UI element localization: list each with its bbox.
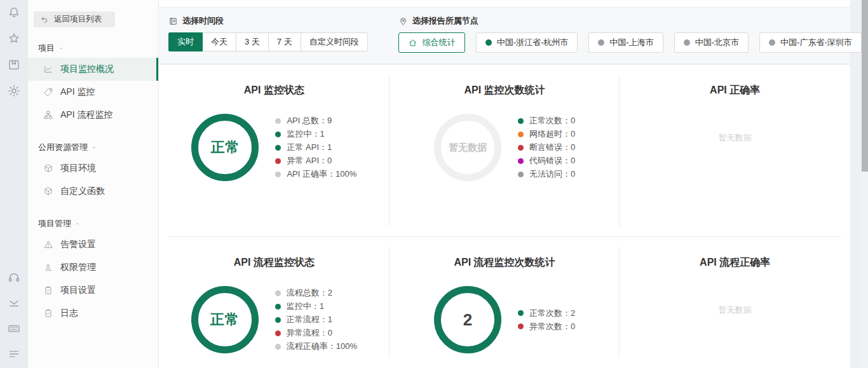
clipboard-icon <box>43 308 53 318</box>
no-data-text: 暂无数据 <box>620 304 850 316</box>
summary-statistics-button[interactable]: 综合统计 <box>398 32 465 53</box>
rail-headset-button[interactable] <box>7 271 21 285</box>
sidebar-item[interactable]: API 监控 <box>28 81 158 104</box>
tag-icon <box>43 87 53 97</box>
main-content: 选择时间段 实时今天3 天7 天自定义时间段 选择报告所属节点 综合统计 中国-… <box>159 0 850 368</box>
legend-text: 正常流程：1 <box>287 314 332 325</box>
legend-item: 代码错误：0 <box>518 154 575 168</box>
card-title: API 监控状态 <box>159 84 390 97</box>
sidebar-item[interactable]: 告警设置 <box>28 233 158 256</box>
no-data-text: 暂无数据 <box>620 132 850 144</box>
sidebar-item[interactable]: 项目设置 <box>28 279 158 302</box>
scrollbar-thumb[interactable] <box>862 0 868 172</box>
app-rail <box>0 0 28 368</box>
legend-dot <box>275 344 281 350</box>
time-option-button[interactable]: 自定义时间段 <box>301 32 368 51</box>
stat-card: API 流程监控状态正常流程总数：2监控中：1正常流程：1异常流程：0流程正确率… <box>159 237 390 368</box>
legend: 正常次数：2异常次数：0 <box>518 306 575 333</box>
node-status-dot <box>598 39 604 46</box>
sidebar-item-label: 日志 <box>60 308 78 319</box>
back-button-label: 返回项目列表 <box>54 14 102 25</box>
clipboard-icon <box>43 285 53 296</box>
stat-card: API 监控次数统计暂无数据正常次数：0网络超时：0断言错误：0代码错误：0无法… <box>390 65 620 236</box>
time-option-button[interactable]: 今天 <box>202 32 236 51</box>
legend-text: 断言错误：0 <box>529 142 575 153</box>
report-node-label: 选择报告所属节点 <box>412 15 478 27</box>
rail-archive-button[interactable] <box>7 58 21 72</box>
legend-text: 监控中：1 <box>287 128 324 140</box>
node-button[interactable]: 中国-浙江省-杭州市 <box>476 32 578 53</box>
chevron-up-icon <box>91 144 97 151</box>
time-range-group: 选择时间段 实时今天3 天7 天自定义时间段 <box>168 8 368 64</box>
card-row-api: API 监控状态正常API 总数：9监控中：1正常 API：1异常 API：0A… <box>159 65 850 236</box>
rail-list-button[interactable] <box>7 347 21 361</box>
time-option-button[interactable]: 7 天 <box>268 32 301 51</box>
legend-item: 异常流程：0 <box>275 327 357 340</box>
sidebar-item[interactable]: 自定义函数 <box>28 180 158 203</box>
time-option-button[interactable]: 3 天 <box>236 32 269 51</box>
legend-item: 流程正确率：100% <box>275 340 357 353</box>
legend-dot <box>275 158 281 164</box>
legend-dot <box>518 132 524 137</box>
sidebar-item[interactable]: 日志 <box>28 302 158 325</box>
legend-dot <box>275 132 281 137</box>
gear-icon <box>7 84 21 98</box>
rail-bell-button[interactable] <box>7 6 21 20</box>
node-options: 综合统计 中国-浙江省-杭州市中国-上海市中国-北京市中国-广东省-深圳市 <box>398 32 862 53</box>
legend-text: 代码错误：0 <box>529 155 575 167</box>
legend-text: 正常次数：2 <box>529 308 575 319</box>
back-arrow-icon <box>40 15 49 24</box>
legend-item: API 正确率：100% <box>275 168 356 181</box>
back-to-project-list-button[interactable]: 返回项目列表 <box>34 11 115 27</box>
sidebar-item-label: 告警设置 <box>60 239 96 250</box>
sidebar-section-header[interactable]: 公用资源管理 <box>38 142 158 153</box>
sidebar-item[interactable]: 项目监控概况 <box>28 58 158 81</box>
summary-statistics-label: 综合统计 <box>423 37 456 48</box>
stat-card: API 正确率暂无数据 <box>620 65 850 236</box>
node-button[interactable]: 中国-上海市 <box>588 32 663 53</box>
legend-item: 无法访问：0 <box>518 168 575 181</box>
dashboard-cards: API 监控状态正常API 总数：9监控中：1正常 API：1异常 API：0A… <box>159 65 850 368</box>
sidebar-item[interactable]: 权限管理 <box>28 256 158 279</box>
node-button[interactable]: 中国-广东省-深圳市 <box>759 32 862 53</box>
legend-item: 正常流程：1 <box>275 313 357 327</box>
scrollbar[interactable] <box>862 0 868 368</box>
sidebar-section-header[interactable]: 项目 <box>38 43 158 54</box>
rail-gear-button[interactable] <box>7 84 21 98</box>
legend-dot <box>275 331 281 336</box>
legend-item: 正常 API：1 <box>275 141 356 154</box>
legend-dot <box>518 172 524 177</box>
legend-text: 流程正确率：100% <box>287 341 357 352</box>
sidebar-item[interactable]: API 流程监控 <box>28 104 158 126</box>
chevron-up-icon <box>58 45 64 51</box>
legend-text: 异常次数：0 <box>529 321 575 332</box>
legend-text: 无法访问：0 <box>529 168 575 180</box>
sidebar-menu: 项目项目监控概况API 监控API 流程监控公用资源管理项目环境自定义函数项目管… <box>28 43 158 325</box>
time-option-button[interactable]: 实时 <box>168 32 203 51</box>
sidebar-section-header[interactable]: 项目管理 <box>38 218 158 229</box>
filter-bar: 选择时间段 实时今天3 天7 天自定义时间段 选择报告所属节点 综合统计 中国-… <box>159 8 850 64</box>
legend-item: 异常次数：0 <box>518 320 575 333</box>
card-title: API 流程正确率 <box>620 256 850 269</box>
keyboard-icon <box>7 322 21 336</box>
legend-text: 流程总数：2 <box>287 287 332 299</box>
status-ring-text: 暂无数据 <box>449 142 487 154</box>
time-range-options: 实时今天3 天7 天自定义时间段 <box>168 32 368 51</box>
time-range-label: 选择时间段 <box>182 15 224 27</box>
legend-dot <box>275 118 281 124</box>
rail-star-button[interactable] <box>7 32 21 46</box>
legend-dot <box>275 304 281 310</box>
legend-dot <box>275 290 281 296</box>
rail-inbox-button[interactable] <box>7 296 21 310</box>
rail-keyboard-button[interactable] <box>7 322 21 336</box>
sidebar-item[interactable]: 项目环境 <box>28 157 158 180</box>
legend-dot <box>275 145 281 151</box>
list-icon <box>7 347 21 361</box>
node-status-dot <box>684 39 690 46</box>
legend-item: 断言错误：0 <box>518 141 575 154</box>
node-button[interactable]: 中国-北京市 <box>674 32 749 53</box>
headset-icon <box>7 271 21 285</box>
archive-icon <box>7 58 21 72</box>
legend-dot <box>518 324 524 329</box>
legend-item: 监控中：1 <box>275 300 357 313</box>
